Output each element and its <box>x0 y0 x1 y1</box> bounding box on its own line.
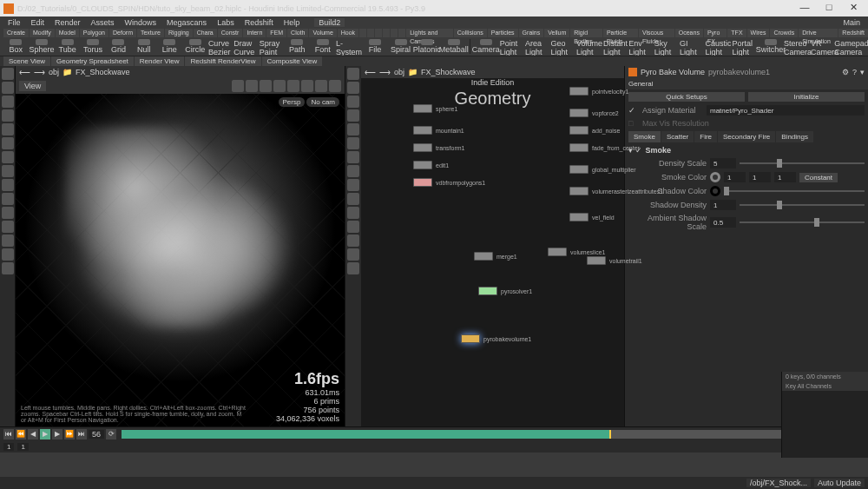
maximize-button[interactable]: □ <box>818 2 840 16</box>
color-g-field[interactable]: 1 <box>749 172 771 182</box>
shelf-tool[interactable]: Sphere <box>29 39 54 54</box>
current-frame-field[interactable]: 56 <box>89 430 104 439</box>
auto-update-button[interactable]: Auto Update <box>814 479 865 487</box>
shelf-tool[interactable]: L-System <box>336 39 362 54</box>
next-key-button[interactable]: ⏩ <box>64 429 75 439</box>
shadow-density-field[interactable]: 1 <box>710 200 736 210</box>
viewport-path-bar[interactable]: ⟵⟶obj📁FX_Shockwave <box>16 66 345 78</box>
node-volumetrail1[interactable]: volumetrail1 <box>587 256 642 265</box>
shelf-tab[interactable]: Model <box>56 29 79 37</box>
shelf-tool[interactable]: Spray Paint <box>260 39 284 54</box>
view-tab[interactable]: View <box>19 81 46 91</box>
tab-fire[interactable]: Fire <box>694 131 717 142</box>
shelf-tool[interactable]: Grid <box>106 39 130 54</box>
shelf-tab[interactable] <box>398 29 405 37</box>
start-frame-field[interactable]: 1 <box>3 443 14 451</box>
node-transform1[interactable]: transform1 <box>413 143 464 152</box>
disp-opt-icon[interactable] <box>347 165 359 177</box>
disp-opt-icon[interactable] <box>347 262 359 274</box>
tool-icon[interactable] <box>2 179 14 191</box>
close-button[interactable]: ✕ <box>842 2 865 16</box>
shelf-tool[interactable]: Box <box>3 39 28 54</box>
shelf-tab[interactable]: Texture <box>137 29 164 37</box>
node-merge1[interactable]: merge1 <box>474 252 517 261</box>
shelf-tool[interactable]: Geo Light <box>550 39 575 54</box>
shelf-tab[interactable]: Rigging <box>165 29 193 37</box>
shelf-tab[interactable]: Drive Simulation <box>799 29 838 37</box>
node-global_multiplier[interactable]: global_multiplier <box>569 165 636 174</box>
color-r-field[interactable]: 1 <box>724 172 746 182</box>
menu-labs[interactable]: Labs <box>213 18 239 27</box>
shelf-tab[interactable]: Viscous Fluids <box>639 29 674 37</box>
vp-btn[interactable] <box>301 80 313 92</box>
node-pyrobakevolume1[interactable]: pyrobakevolume1 <box>461 334 531 343</box>
shelf-tab[interactable]: Intern <box>243 29 266 37</box>
timeline-track[interactable] <box>122 430 861 439</box>
disp-opt-icon[interactable] <box>347 109 359 122</box>
pane-tab[interactable]: Geometry Spreadsheet <box>51 56 134 66</box>
menu-windows[interactable]: Windows <box>121 18 161 27</box>
shelf-tool[interactable]: Camera <box>473 39 499 54</box>
shelf-tab[interactable]: Cloth <box>287 29 308 37</box>
node-pyrosolver1[interactable]: pyrosolver1 <box>478 287 532 295</box>
desktop-build[interactable]: Build2 <box>314 18 345 27</box>
node-add_noise[interactable]: add_noise <box>569 126 620 135</box>
shelf-tab[interactable]: Oceans <box>675 29 703 37</box>
tool-icon[interactable] <box>2 207 14 219</box>
tool-icon[interactable] <box>2 137 14 149</box>
shelf-tab[interactable]: Collisions <box>454 29 487 37</box>
tab-smoke[interactable]: Smoke <box>628 131 661 142</box>
tool-icon[interactable] <box>2 82 14 94</box>
shadow-density-slider[interactable] <box>740 204 865 206</box>
disp-opt-icon[interactable] <box>347 248 359 261</box>
range-start-field[interactable]: 1 <box>17 443 28 451</box>
shelf-tool[interactable]: Point Light <box>500 39 524 54</box>
shelf-tab[interactable] <box>383 29 390 37</box>
tool-icon[interactable] <box>2 193 14 205</box>
pane-tab[interactable]: Redshift RenderView <box>185 56 260 66</box>
shelf-tab[interactable]: Redshift <box>838 29 868 37</box>
shelf-tab[interactable]: Wires <box>747 29 770 37</box>
tool-icon[interactable] <box>2 123 14 135</box>
menu-file[interactable]: File <box>3 18 25 27</box>
node-volumerasterizeattributes1[interactable]: volumerasterizeattributes1 <box>569 187 663 195</box>
shelf-tab[interactable] <box>367 29 374 37</box>
shelf-tool[interactable]: Circle <box>182 39 207 54</box>
shelf-tab[interactable]: Create <box>3 29 29 37</box>
realtime-toggle[interactable]: ⟳ <box>106 429 116 439</box>
tool-icon[interactable] <box>2 109 14 122</box>
color-b-field[interactable]: 1 <box>774 172 796 182</box>
status-path[interactable]: /obj/FX_Shock... <box>746 479 811 487</box>
first-frame-button[interactable]: ⏮ <box>3 429 14 439</box>
menu-redshift[interactable]: Redshift <box>240 18 278 27</box>
shelf-tool[interactable]: Env Light <box>628 39 653 54</box>
shadow-color-slider[interactable] <box>724 190 865 192</box>
pane-tab[interactable]: Composite View <box>262 56 323 66</box>
network-canvas[interactable]: Indie EditionGeometry sphere1mountain1tr… <box>361 78 624 426</box>
shadow-color-swatch[interactable] <box>710 186 720 196</box>
vp-btn[interactable] <box>329 80 341 92</box>
tab-bindings[interactable]: Bindings <box>776 131 813 142</box>
cam-nocam[interactable]: No cam <box>306 97 339 107</box>
tab-scatter[interactable]: Scatter <box>661 131 694 142</box>
shelf-tool[interactable]: Gamepad Camera <box>838 39 865 54</box>
shelf-tab[interactable]: FEM <box>266 29 286 37</box>
tool-icon[interactable] <box>2 235 14 247</box>
tool-icon[interactable] <box>2 96 14 108</box>
menu-megascans[interactable]: Megascans <box>162 18 211 27</box>
node-name[interactable]: pyrobakevolume1 <box>708 68 770 76</box>
shelf-tab[interactable]: Chara <box>194 29 217 37</box>
next-frame-button[interactable]: ▶ <box>52 429 62 439</box>
menu-edit[interactable]: Edit <box>27 18 49 27</box>
shelf-tool[interactable]: Distant Light <box>603 39 628 54</box>
node-pointvelocity1[interactable]: pointvelocity1 <box>569 87 628 96</box>
disp-opt-icon[interactable] <box>347 82 359 94</box>
shelf-tool[interactable]: Torus <box>81 39 105 54</box>
shelf-tool[interactable]: Tube <box>55 39 79 54</box>
disp-opt-icon[interactable] <box>347 151 359 163</box>
node-sphere1[interactable]: sphere1 <box>413 104 457 113</box>
disp-opt-icon[interactable] <box>347 68 359 80</box>
shelf-tool[interactable]: Switcher <box>758 39 784 54</box>
tool-icon[interactable] <box>2 165 14 177</box>
initialize-button[interactable]: Initialize <box>748 92 865 102</box>
